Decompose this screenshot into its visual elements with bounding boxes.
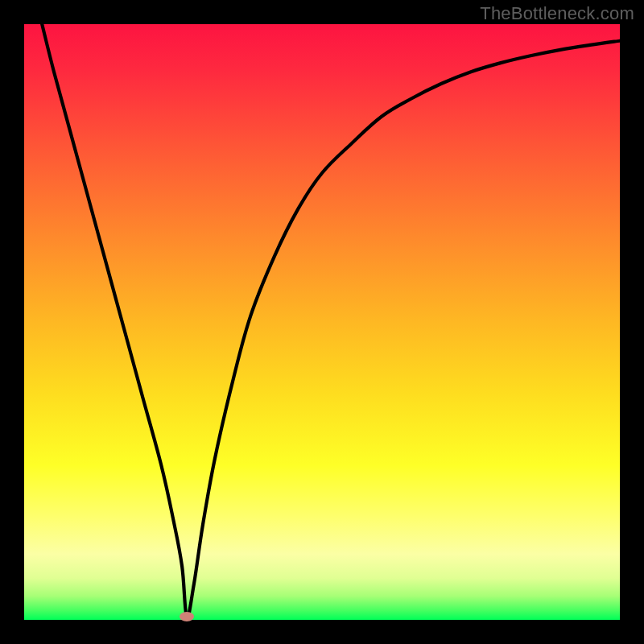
plot-area xyxy=(24,24,620,620)
optimum-marker xyxy=(180,612,194,621)
bottleneck-curve xyxy=(24,24,620,620)
watermark-text: TheBottleneck.com xyxy=(480,3,634,24)
chart-frame: TheBottleneck.com xyxy=(0,0,644,644)
